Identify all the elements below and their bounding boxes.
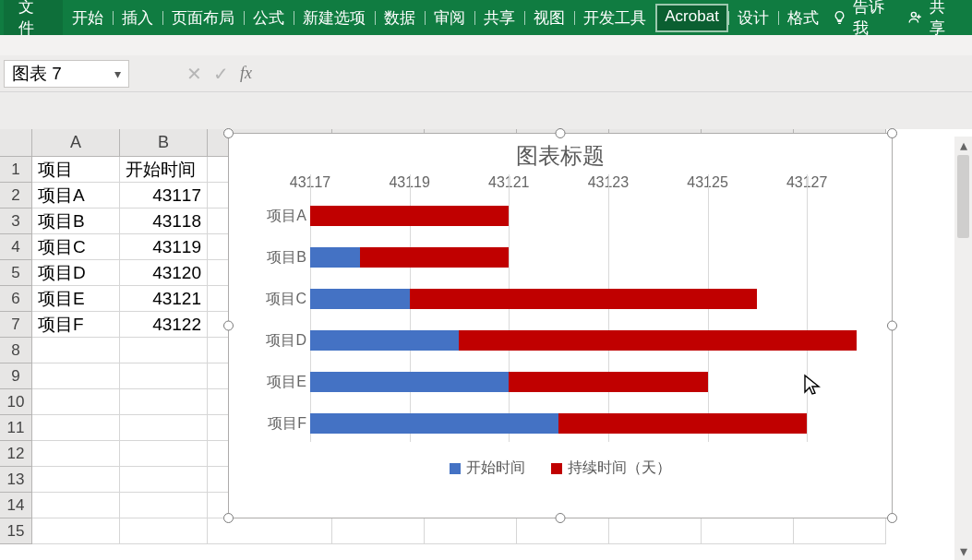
cell-A8[interactable]: [32, 338, 120, 363]
cell-H15[interactable]: [702, 518, 794, 544]
cell-B2[interactable]: 43117: [120, 183, 208, 209]
cell-F15[interactable]: [517, 518, 609, 544]
cell-B8[interactable]: [120, 338, 208, 363]
cell-B1[interactable]: 开始时间: [120, 157, 208, 183]
chart-seg-start[interactable]: [310, 289, 410, 309]
tab-格式[interactable]: 格式: [778, 4, 828, 32]
chart-seg-start[interactable]: [310, 247, 360, 268]
chart-bar-项目A[interactable]: 项目A: [310, 206, 857, 226]
tab-新建选项[interactable]: 新建选项: [294, 4, 375, 32]
scroll-up-button[interactable]: ▴: [954, 137, 972, 154]
tell-me[interactable]: 告诉我: [832, 0, 897, 39]
cell-G15[interactable]: [609, 518, 702, 544]
tab-审阅[interactable]: 审阅: [425, 4, 474, 32]
cell-E15[interactable]: [425, 518, 517, 544]
row-header-15[interactable]: 15: [0, 518, 32, 544]
chart-object[interactable]: 图表标题 431174311943121431234312543127 项目A项…: [228, 133, 893, 518]
tab-共享[interactable]: 共享: [474, 4, 524, 32]
select-all-corner[interactable]: [0, 129, 32, 157]
tab-公式[interactable]: 公式: [244, 4, 294, 32]
cell-A15[interactable]: [32, 518, 120, 544]
chart-seg-duration[interactable]: [410, 289, 758, 309]
share-button[interactable]: 共享: [897, 0, 968, 42]
cell-A6[interactable]: 项目E: [32, 286, 120, 312]
row-header-11[interactable]: 11: [0, 415, 32, 441]
chart-seg-duration[interactable]: [310, 206, 509, 226]
chart-title[interactable]: 图表标题: [229, 134, 892, 174]
row-header-9[interactable]: 9: [0, 363, 32, 389]
cell-B13[interactable]: [120, 467, 208, 493]
chart-seg-start[interactable]: [310, 413, 558, 434]
cell-B5[interactable]: 43120: [120, 260, 208, 286]
row-header-3[interactable]: 3: [0, 209, 32, 234]
cell-A5[interactable]: 项目D: [32, 260, 120, 286]
chart-seg-duration[interactable]: [459, 330, 857, 351]
insert-function-button[interactable]: fx: [240, 64, 252, 83]
name-box[interactable]: ▾: [4, 60, 129, 88]
row-header-10[interactable]: 10: [0, 389, 32, 415]
resize-handle-nw[interactable]: [223, 128, 234, 138]
cell-B9[interactable]: [120, 363, 208, 389]
tab-开发工具[interactable]: 开发工具: [574, 4, 655, 32]
col-header-A[interactable]: A: [32, 129, 120, 157]
name-box-dropdown[interactable]: ▾: [106, 66, 128, 81]
cell-B10[interactable]: [120, 389, 208, 415]
resize-handle-ne[interactable]: [887, 128, 897, 138]
tab-页面布局[interactable]: 页面布局: [162, 4, 244, 32]
formula-input[interactable]: [259, 66, 972, 80]
chart-legend[interactable]: 开始时间 持续时间（天）: [229, 459, 892, 478]
resize-handle-w[interactable]: [223, 321, 234, 331]
row-header-5[interactable]: 5: [0, 260, 32, 286]
tab-file[interactable]: 文件: [4, 0, 63, 35]
resize-handle-s[interactable]: [556, 513, 566, 523]
chart-bar-项目E[interactable]: 项目E: [310, 372, 857, 392]
row-header-7[interactable]: 7: [0, 312, 32, 338]
cell-B14[interactable]: [120, 493, 208, 518]
worksheet-grid[interactable]: ABCDEFGHI 123456789101112131415 项目开始时间项目…: [0, 129, 972, 544]
row-header-2[interactable]: 2: [0, 183, 32, 209]
row-header-8[interactable]: 8: [0, 338, 32, 363]
row-header-1[interactable]: 1: [0, 157, 32, 183]
resize-handle-sw[interactable]: [223, 513, 234, 523]
tab-设计[interactable]: 设计: [728, 4, 778, 32]
cell-A13[interactable]: [32, 467, 120, 493]
scroll-down-button[interactable]: ▾: [954, 542, 972, 560]
scroll-thumb[interactable]: [957, 155, 969, 238]
cell-B4[interactable]: 43119: [120, 234, 208, 260]
col-header-B[interactable]: B: [120, 129, 208, 157]
vertical-scrollbar[interactable]: ▴ ▾: [954, 137, 972, 560]
cell-A3[interactable]: 项目B: [32, 209, 120, 234]
tab-插入[interactable]: 插入: [113, 4, 162, 32]
cell-B6[interactable]: 43121: [120, 286, 208, 312]
name-box-input[interactable]: [5, 62, 106, 86]
chart-seg-start[interactable]: [310, 372, 509, 392]
row-header-13[interactable]: 13: [0, 467, 32, 493]
cell-A14[interactable]: [32, 493, 120, 518]
tab-视图[interactable]: 视图: [524, 4, 574, 32]
cell-A7[interactable]: 项目F: [32, 312, 120, 338]
chart-bar-项目D[interactable]: 项目D: [310, 330, 857, 351]
chart-bar-项目B[interactable]: 项目B: [310, 247, 857, 268]
cell-A11[interactable]: [32, 415, 120, 441]
resize-handle-e[interactable]: [887, 321, 897, 331]
cell-A9[interactable]: [32, 363, 120, 389]
row-header-6[interactable]: 6: [0, 286, 32, 312]
chart-seg-duration[interactable]: [509, 372, 707, 392]
cell-B12[interactable]: [120, 441, 208, 467]
cell-B11[interactable]: [120, 415, 208, 441]
tab-数据[interactable]: 数据: [375, 4, 425, 32]
cell-B3[interactable]: 43118: [120, 209, 208, 234]
row-header-14[interactable]: 14: [0, 493, 32, 518]
cell-A4[interactable]: 项目C: [32, 234, 120, 260]
cell-D15[interactable]: [332, 518, 425, 544]
cell-B15[interactable]: [120, 518, 208, 544]
cell-A1[interactable]: 项目: [32, 157, 120, 183]
tab-Acrobat[interactable]: Acrobat: [655, 4, 728, 32]
cancel-formula-button[interactable]: ✕: [186, 63, 202, 85]
cell-A12[interactable]: [32, 441, 120, 467]
chart-seg-duration[interactable]: [558, 413, 807, 434]
chart-seg-duration[interactable]: [360, 247, 509, 268]
chart-plot-area[interactable]: 431174311943121431234312543127 项目A项目B项目C…: [247, 174, 873, 451]
resize-handle-n[interactable]: [556, 128, 566, 138]
chart-seg-start[interactable]: [310, 330, 459, 351]
